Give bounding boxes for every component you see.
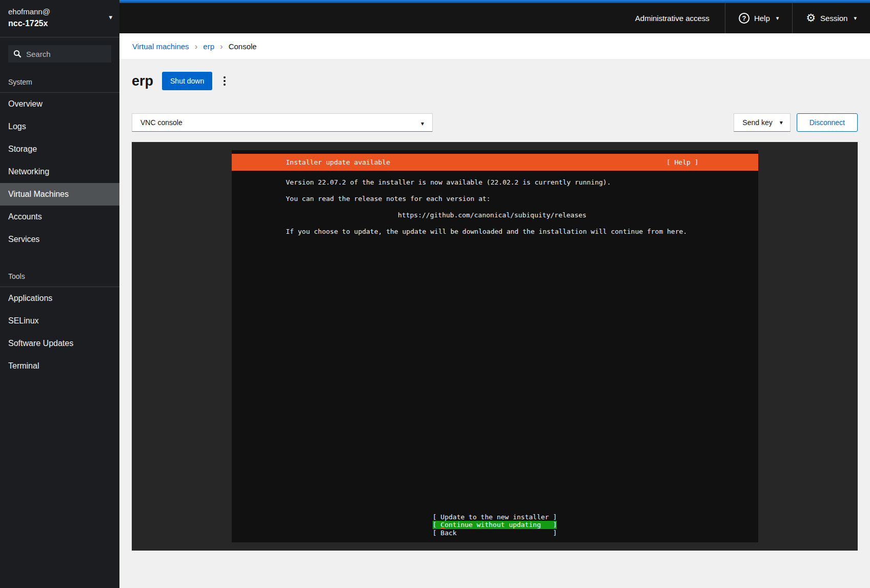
help-menu[interactable]: ? Help ▾ <box>725 3 792 33</box>
username: ehofmann@ <box>8 6 111 17</box>
kebab-menu-icon[interactable] <box>219 72 230 90</box>
chevron-down-icon: ▾ <box>854 15 857 22</box>
sidebar: ehofmann@ ncc-1725x ▾ Search SystemOverv… <box>0 0 119 588</box>
sidebar-item-applications[interactable]: Applications <box>0 287 119 310</box>
installer-message: Version 22.07.2 of the installer is now … <box>232 178 758 244</box>
chevron-down-icon: ▾ <box>421 120 424 127</box>
console-toolbar-right: Send key ▾ Disconnect <box>734 113 858 132</box>
breadcrumb-separator-icon: › <box>220 43 223 50</box>
search-placeholder: Search <box>26 50 51 58</box>
chevron-down-icon: ▾ <box>780 119 783 126</box>
breadcrumb-separator-icon: › <box>195 43 198 50</box>
sidebar-item-selinux[interactable]: SELinux <box>0 310 119 332</box>
help-icon: ? <box>739 13 750 24</box>
vm-header: erp Shut down <box>132 72 858 90</box>
terminal-cursor: C <box>440 521 444 529</box>
chevron-down-icon: ▾ <box>109 13 112 21</box>
nav-section-system: SystemOverviewLogsStorageNetworkingVirtu… <box>0 73 119 251</box>
masthead-row: Administrative access ? Help ▾ ⚙ Session… <box>119 3 870 33</box>
breadcrumb-item-virtual-machines[interactable]: Virtual machines <box>132 42 189 51</box>
sidebar-item-software-updates[interactable]: Software Updates <box>0 332 119 355</box>
hostname: ncc-1725x <box>8 17 111 30</box>
gear-icon: ⚙ <box>806 13 816 24</box>
breadcrumb-item-console: Console <box>229 42 257 51</box>
sidebar-item-networking[interactable]: Networking <box>0 160 119 183</box>
session-label: Session <box>820 14 847 23</box>
page-title: erp <box>132 73 153 89</box>
send-key-dropdown[interactable]: Send key ▾ <box>734 113 790 132</box>
nav-heading: System <box>0 73 119 93</box>
cockpit-page: ehofmann@ ncc-1725x ▾ Search SystemOverv… <box>0 0 870 588</box>
console-toolbar: VNC console ▾ Send key ▾ Disconnect <box>132 113 858 132</box>
shut-down-button[interactable]: Shut down <box>162 72 212 90</box>
sidebar-item-services[interactable]: Services <box>0 228 119 251</box>
terminal-line: Version 22.07.2 of the installer is now … <box>286 178 699 187</box>
breadcrumb-item-erp[interactable]: erp <box>203 42 214 51</box>
chevron-down-icon: ▾ <box>776 15 779 22</box>
sidebar-item-overview[interactable]: Overview <box>0 93 119 115</box>
installer-header-bar: Installer update available [ Help ] <box>232 154 758 171</box>
sidebar-item-virtual-machines[interactable]: Virtual Machines <box>0 183 119 206</box>
search-input[interactable]: Search <box>8 45 111 63</box>
sidebar-item-storage[interactable]: Storage <box>0 138 119 160</box>
nav-heading: Tools <box>0 267 119 287</box>
terminal-line: You can read the release notes for each … <box>286 195 699 203</box>
search-icon <box>13 50 22 58</box>
terminal-line: https://github.com/canonical/subiquity/r… <box>286 211 699 219</box>
installer-title: Installer update available <box>232 158 391 166</box>
page-content: erp Shut down VNC console ▾ Send key ▾ D… <box>119 59 870 588</box>
disconnect-button[interactable]: Disconnect <box>797 113 858 132</box>
installer-help-button[interactable]: [ Help ] <box>666 158 758 166</box>
help-label: Help <box>754 14 770 23</box>
nav-section-tools: ToolsApplicationsSELinuxSoftware Updates… <box>0 267 119 377</box>
masthead: Administrative access ? Help ▾ ⚙ Session… <box>119 0 870 33</box>
installer-option-selected[interactable]: [ Continue without updating ] <box>232 521 758 529</box>
user-host-menu[interactable]: ehofmann@ ncc-1725x ▾ <box>0 0 119 37</box>
sidebar-item-accounts[interactable]: Accounts <box>0 206 119 228</box>
sidebar-item-terminal[interactable]: Terminal <box>0 355 119 377</box>
vnc-screen[interactable]: Installer update available [ Help ] Vers… <box>232 150 758 542</box>
administrative-access-button[interactable]: Administrative access <box>620 14 725 23</box>
installer-option[interactable]: [ Back ] <box>232 529 758 537</box>
session-menu[interactable]: ⚙ Session ▾ <box>793 3 870 33</box>
console-area: Installer update available [ Help ] Vers… <box>132 142 858 551</box>
console-type-select[interactable]: VNC console ▾ <box>132 113 433 132</box>
console-type-value: VNC console <box>140 118 183 127</box>
breadcrumb: Virtual machines›erp›Console <box>119 33 870 59</box>
send-key-label: Send key <box>742 118 772 127</box>
sidebar-item-logs[interactable]: Logs <box>0 115 119 138</box>
terminal-line: If you choose to update, the update will… <box>286 228 699 236</box>
installer-option[interactable]: [ Update to the new installer ] <box>232 513 758 521</box>
installer-options: [ Update to the new installer ][ Continu… <box>232 513 758 537</box>
sidebar-nav: SystemOverviewLogsStorageNetworkingVirtu… <box>0 73 119 377</box>
